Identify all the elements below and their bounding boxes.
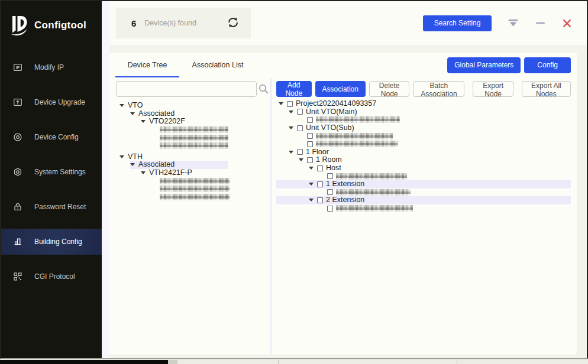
tree-row-redacted[interactable]: [116, 126, 269, 134]
background-window-light: [177, 360, 588, 364]
sidebar-item-password-reset[interactable]: Password Reset: [1, 194, 102, 220]
card-body: VTOAssociatedVTO2202FVTHAssociatedVTH242…: [109, 77, 577, 355]
close-button[interactable]: [561, 18, 573, 29]
tab-device-tree[interactable]: Device Tree: [115, 53, 179, 77]
card-header: Device Tree Association List Global Para…: [109, 53, 577, 77]
node-checkbox[interactable]: [307, 141, 313, 147]
minimize-button[interactable]: [535, 21, 546, 25]
sidebar: Configtool IP Modify IP Device Upgrade: [1, 1, 102, 358]
expand-arrow-icon[interactable]: [141, 171, 146, 174]
tree-row-redacted[interactable]: [116, 134, 269, 142]
global-parameters-button[interactable]: Global Parameters: [447, 57, 521, 73]
expand-arrow-icon[interactable]: [309, 199, 314, 202]
export-node-button[interactable]: Export Node: [473, 81, 513, 97]
redacted-device-text: [160, 135, 228, 141]
tab-association-list[interactable]: Association List: [179, 53, 256, 77]
tree-row[interactable]: Associated: [116, 110, 269, 118]
sidebar-item-system-settings[interactable]: System Settings: [1, 159, 102, 185]
expand-arrow-icon[interactable]: [130, 163, 135, 166]
search-setting-button[interactable]: Search Setting: [423, 15, 492, 31]
expand-arrow-icon[interactable]: [299, 158, 303, 161]
content-area: Device Tree Association List Global Para…: [109, 45, 587, 358]
config-button[interactable]: Config: [524, 57, 571, 73]
sidebar-item-modify-ip[interactable]: IP Modify IP: [1, 54, 102, 80]
node-checkbox[interactable]: [327, 206, 333, 212]
tree-row[interactable]: Unit VTO(Sub): [276, 124, 571, 132]
sidebar-item-building-config[interactable]: Building Config: [1, 229, 102, 255]
tree-row[interactable]: VTO2202F: [116, 118, 269, 126]
node-checkbox[interactable]: [297, 149, 303, 155]
app-window: Configtool IP Modify IP Device Upgrade: [0, 0, 588, 359]
tree-row-redacted[interactable]: [276, 188, 571, 197]
sidebar-item-label: Password Reset: [34, 203, 86, 211]
export-all-nodes-button[interactable]: Export All Nodes: [522, 81, 571, 97]
minimize-icon: [536, 22, 545, 24]
tree-row[interactable]: VTH: [116, 153, 269, 161]
expand-arrow-icon[interactable]: [309, 183, 314, 186]
device-count: 6: [131, 18, 136, 28]
tree-node-label: VTO2202F: [149, 118, 185, 125]
expand-arrow-icon[interactable]: [119, 155, 124, 158]
node-checkbox[interactable]: [297, 125, 303, 131]
tree-row-redacted[interactable]: [116, 142, 269, 150]
expand-arrow-icon[interactable]: [279, 102, 283, 105]
batch-association-button[interactable]: Batch Association: [413, 81, 464, 97]
main-area: 6 Device(s) found Search Setting: [102, 1, 587, 358]
redacted-device-text: [160, 194, 230, 200]
node-checkbox[interactable]: [287, 101, 293, 107]
tree-node-label: Associated: [138, 110, 175, 118]
filter-collapse-icon: [508, 20, 518, 27]
tree-row[interactable]: 1 Floor: [276, 148, 571, 157]
tree-row[interactable]: 1 Extension: [276, 180, 571, 188]
sidebar-item-device-upgrade[interactable]: Device Upgrade: [1, 89, 102, 115]
node-checkbox[interactable]: [307, 117, 313, 123]
device-tree-panel: VTOAssociatedVTO2202FVTHAssociatedVTH242…: [109, 77, 269, 355]
tree-row-redacted[interactable]: [276, 204, 571, 213]
tree-row[interactable]: Host: [276, 164, 571, 173]
node-checkbox[interactable]: [327, 189, 333, 195]
node-checkbox[interactable]: [307, 157, 313, 163]
device-config-icon: [13, 132, 22, 142]
redacted-device-text: [336, 205, 413, 212]
tree-row[interactable]: Associated: [116, 161, 269, 169]
tree-row-redacted[interactable]: [116, 193, 269, 202]
sidebar-item-label: Device Upgrade: [34, 98, 85, 106]
search-button[interactable]: [258, 83, 269, 95]
node-checkbox[interactable]: [297, 109, 303, 115]
background-window-dark: [0, 360, 168, 364]
node-checkbox[interactable]: [317, 181, 323, 187]
tree-row-redacted[interactable]: [116, 177, 269, 185]
expand-arrow-icon[interactable]: [119, 104, 124, 107]
tree-row[interactable]: 1 Room: [276, 156, 571, 164]
expand-arrow-icon[interactable]: [141, 120, 146, 123]
tree-row[interactable]: VTO: [116, 102, 269, 110]
tree-row[interactable]: 2 Extension: [276, 196, 571, 204]
collapse-filter-button[interactable]: [507, 18, 519, 28]
tree-row-redacted[interactable]: [276, 132, 571, 140]
expand-arrow-icon[interactable]: [309, 167, 314, 170]
node-checkbox[interactable]: [307, 133, 313, 139]
node-checkbox[interactable]: [317, 197, 323, 203]
tree-row-redacted[interactable]: [276, 116, 571, 124]
expand-arrow-icon[interactable]: [289, 110, 293, 113]
association-button[interactable]: Association: [315, 81, 366, 97]
tree-row[interactable]: Project20220414093357: [276, 100, 571, 108]
refresh-button[interactable]: [226, 16, 240, 30]
tree-row-redacted[interactable]: [276, 140, 571, 148]
tree-row[interactable]: Unit VTO(Main): [276, 108, 571, 116]
node-checkbox[interactable]: [327, 173, 333, 179]
delete-node-button[interactable]: Delete Node: [369, 81, 409, 97]
tree-row[interactable]: VTH2421F-P: [116, 169, 269, 177]
sidebar-item-cgi-protocol[interactable]: CGI Protocol: [1, 264, 102, 290]
expand-arrow-icon[interactable]: [130, 112, 135, 115]
add-node-button[interactable]: Add Node: [276, 81, 312, 97]
tree-row-redacted[interactable]: [276, 172, 571, 180]
node-checkbox[interactable]: [317, 165, 323, 171]
upgrade-icon: [13, 98, 22, 107]
expand-arrow-icon[interactable]: [289, 126, 293, 129]
tree-row-redacted[interactable]: [116, 185, 269, 193]
sidebar-item-label: CGI Protocol: [34, 272, 75, 281]
expand-arrow-icon[interactable]: [289, 151, 293, 154]
device-search-input[interactable]: [116, 81, 257, 97]
sidebar-item-device-config[interactable]: Device Config: [1, 124, 102, 150]
